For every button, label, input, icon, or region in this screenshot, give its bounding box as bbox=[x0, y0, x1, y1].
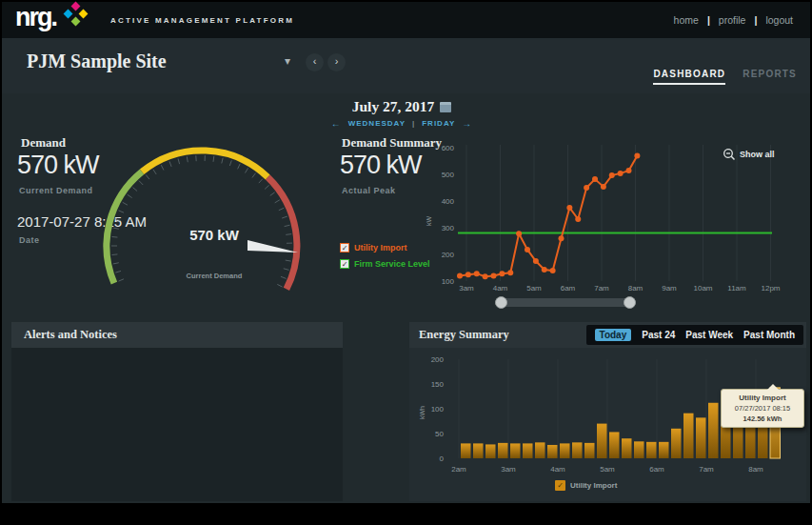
alerts-panel: Alerts and Notices bbox=[11, 322, 343, 501]
tooltip-pointer bbox=[767, 384, 779, 390]
energy-range-buttons: Today Past 24 Past Week Past Month bbox=[586, 325, 803, 345]
range-button-past-week[interactable]: Past Week bbox=[685, 330, 733, 340]
site-name: PJM Sample Site bbox=[27, 50, 167, 72]
day-nav: ← WEDNESDAY | FRIDAY → bbox=[307, 118, 497, 129]
gauge-value: 570 kW bbox=[189, 227, 240, 243]
energy-legend-label: Utility Import bbox=[570, 481, 617, 490]
range-button-today[interactable]: Today bbox=[595, 329, 632, 341]
actual-peak-value: 570 kW bbox=[340, 151, 422, 180]
energy-summary-header: Energy Summary Today Past 24 Past Week P… bbox=[409, 322, 806, 348]
top-nav: home | profile | logout bbox=[674, 14, 793, 26]
svg-text:7am: 7am bbox=[699, 465, 714, 474]
svg-text:6am: 6am bbox=[561, 284, 576, 293]
calendar-icon[interactable] bbox=[440, 102, 451, 112]
svg-text:4am: 4am bbox=[550, 465, 565, 474]
site-next-button[interactable]: › bbox=[327, 53, 346, 71]
svg-text:12pm: 12pm bbox=[761, 284, 780, 293]
nrg-logo: nrg. bbox=[15, 3, 56, 32]
energy-summary-panel: Energy Summary Today Past 24 Past Week P… bbox=[409, 322, 806, 501]
prev-day-link[interactable]: WEDNESDAY bbox=[348, 119, 406, 128]
demand-chart-ylabel: kW bbox=[426, 216, 432, 227]
zoom-out-icon bbox=[723, 148, 736, 161]
prev-day-arrow-icon[interactable]: ← bbox=[331, 118, 342, 129]
svg-text:200: 200 bbox=[442, 251, 455, 259]
svg-text:5am: 5am bbox=[526, 284, 542, 293]
site-prev-button[interactable]: ‹ bbox=[306, 53, 324, 71]
svg-text:5am: 5am bbox=[600, 465, 615, 474]
utility-import-label: Utility Import bbox=[354, 243, 407, 252]
svg-text:200: 200 bbox=[431, 355, 445, 364]
next-day-arrow-icon[interactable]: → bbox=[462, 118, 472, 129]
show-all-label: Show all bbox=[740, 150, 775, 159]
energy-legend-checkbox[interactable]: ✓ bbox=[555, 480, 565, 491]
alerts-body bbox=[11, 348, 343, 501]
dashboard-page: nrg. ACTIVE MANAGEMENT PLATFORM home | p… bbox=[0, 0, 812, 525]
range-button-past-24[interactable]: Past 24 bbox=[642, 330, 675, 340]
slider-track[interactable] bbox=[501, 298, 630, 307]
next-day-link[interactable]: FRIDAY bbox=[422, 119, 455, 128]
svg-text:150: 150 bbox=[431, 380, 445, 389]
slider-handle-left[interactable] bbox=[495, 296, 507, 309]
svg-text:100: 100 bbox=[431, 405, 445, 414]
demand-summary-chart[interactable]: kW 3am4am5am6am7am8am9am10am11am12pm1002… bbox=[422, 141, 806, 311]
tooltip-datetime: 07/27/2017 08:15 bbox=[724, 404, 801, 413]
star-diamond-blue bbox=[64, 10, 73, 19]
nrg-star-icon bbox=[65, 3, 86, 24]
actual-peak-label: Actual Peak bbox=[342, 186, 396, 195]
gauge-needle bbox=[248, 240, 298, 252]
nav-home[interactable]: home bbox=[674, 14, 699, 26]
gauge-label: Current Demand bbox=[187, 272, 243, 280]
demand-gauge: 570 kW Current Demand bbox=[2, 133, 331, 324]
legend-utility-import[interactable]: ✓ Utility Import bbox=[340, 243, 407, 252]
date-nav: July 27, 2017 ← WEDNESDAY | FRIDAY → bbox=[307, 98, 497, 129]
star-diamond-green bbox=[71, 17, 81, 27]
svg-text:2am: 2am bbox=[451, 465, 466, 474]
site-dropdown-chevron-icon[interactable]: ▾ bbox=[285, 54, 290, 68]
svg-text:100: 100 bbox=[442, 277, 455, 286]
gauge-arc-yellow bbox=[142, 151, 267, 177]
nav-separator: | bbox=[754, 14, 757, 26]
tab-dashboard[interactable]: DASHBOARD bbox=[653, 69, 725, 85]
svg-text:11am: 11am bbox=[727, 284, 746, 293]
svg-text:300: 300 bbox=[442, 224, 455, 232]
svg-text:8am: 8am bbox=[628, 284, 644, 293]
star-diamond-pink bbox=[71, 2, 81, 11]
utility-import-checkbox[interactable]: ✓ bbox=[340, 243, 349, 252]
svg-text:4am: 4am bbox=[493, 284, 508, 293]
range-button-past-month[interactable]: Past Month bbox=[743, 330, 795, 340]
firm-service-level-checkbox[interactable]: ✓ bbox=[340, 259, 349, 269]
svg-text:3am: 3am bbox=[459, 284, 474, 293]
top-header: nrg. ACTIVE MANAGEMENT PLATFORM home | p… bbox=[2, 2, 810, 38]
slider-handle-right[interactable] bbox=[624, 296, 636, 309]
svg-text:500: 500 bbox=[442, 171, 455, 179]
nav-profile[interactable]: profile bbox=[719, 14, 746, 26]
time-range-slider bbox=[495, 296, 636, 310]
energy-chart-ylabel: kWh bbox=[419, 406, 426, 419]
show-all-button[interactable]: Show all bbox=[723, 148, 775, 161]
svg-text:7am: 7am bbox=[594, 284, 609, 293]
svg-text:8am: 8am bbox=[748, 465, 763, 474]
svg-text:0: 0 bbox=[440, 454, 445, 463]
svg-text:600: 600 bbox=[442, 144, 455, 152]
day-separator: | bbox=[412, 119, 415, 128]
site-bar: PJM Sample Site ▾ ‹ › DASHBOARD REPORTS bbox=[2, 38, 810, 93]
nav-logout[interactable]: logout bbox=[765, 14, 793, 26]
alerts-title: Alerts and Notices bbox=[11, 322, 343, 348]
tab-reports[interactable]: REPORTS bbox=[743, 69, 797, 85]
main-content: July 27, 2017 ← WEDNESDAY | FRIDAY → Dem… bbox=[2, 93, 810, 503]
platform-title: ACTIVE MANAGEMENT PLATFORM bbox=[110, 16, 294, 25]
legend-firm-service-level[interactable]: ✓ Firm Service Level bbox=[340, 259, 430, 269]
current-date: July 27, 2017 bbox=[352, 98, 435, 115]
svg-text:400: 400 bbox=[442, 197, 455, 206]
svg-text:50: 50 bbox=[435, 430, 444, 438]
star-diamond-yellow bbox=[79, 10, 89, 19]
firm-service-level-label: Firm Service Level bbox=[354, 259, 430, 269]
tooltip-title: Utility Import bbox=[724, 394, 801, 402]
svg-text:3am: 3am bbox=[501, 465, 516, 474]
energy-legend-utility-import[interactable]: ✓ Utility Import bbox=[555, 480, 617, 491]
energy-summary-body: kWh 2am3am4am5am6am7am8am050100150200 ✓ … bbox=[409, 348, 806, 501]
main-tabs: DASHBOARD REPORTS bbox=[653, 69, 797, 85]
gauge-arc-green bbox=[107, 172, 142, 283]
nav-separator: | bbox=[707, 14, 710, 26]
svg-text:10am: 10am bbox=[693, 284, 712, 293]
